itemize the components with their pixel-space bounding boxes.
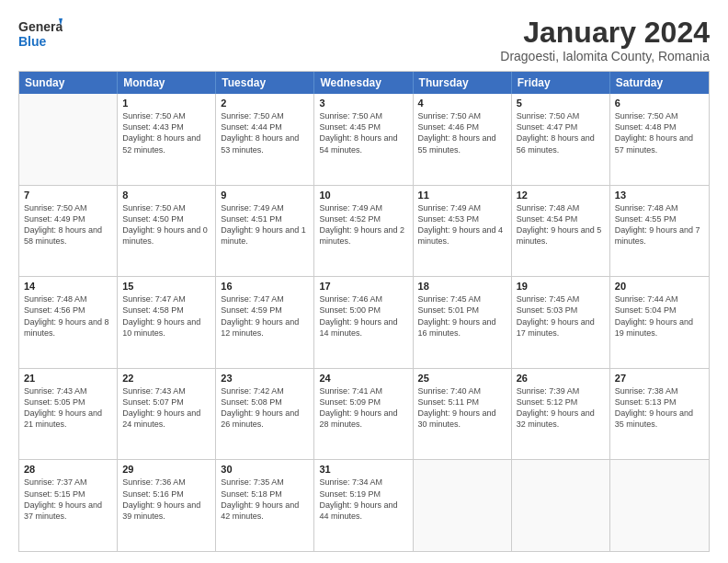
day-number: 28: [24, 464, 112, 475]
day-cell-9: 9Sunrise: 7:49 AMSunset: 4:51 PMDaylight…: [216, 186, 314, 277]
logo-svg: General Blue: [18, 17, 63, 52]
day-cell-15: 15Sunrise: 7:47 AMSunset: 4:58 PMDayligh…: [118, 277, 216, 368]
svg-text:Blue: Blue: [18, 34, 47, 49]
header-day-friday: Friday: [512, 72, 610, 94]
day-number: 31: [319, 464, 407, 475]
day-cell-16: 16Sunrise: 7:47 AMSunset: 4:59 PMDayligh…: [216, 277, 314, 368]
day-cell-28: 28Sunrise: 7:37 AMSunset: 5:15 PMDayligh…: [19, 460, 118, 551]
day-number: 20: [615, 281, 704, 292]
day-info: Sunrise: 7:48 AMSunset: 4:55 PMDaylight:…: [615, 202, 704, 247]
week-1: 1Sunrise: 7:50 AMSunset: 4:43 PMDaylight…: [19, 94, 709, 186]
day-cell-21: 21Sunrise: 7:43 AMSunset: 5:05 PMDayligh…: [19, 369, 118, 460]
day-number: 16: [221, 281, 309, 292]
logo: General Blue: [18, 17, 63, 52]
day-number: 23: [221, 373, 309, 384]
day-number: 9: [221, 190, 309, 201]
day-number: 4: [418, 98, 506, 109]
title-block: January 2024 Dragoesti, Ialomita County,…: [500, 17, 710, 63]
week-5: 28Sunrise: 7:37 AMSunset: 5:15 PMDayligh…: [19, 460, 709, 551]
day-info: Sunrise: 7:50 AMSunset: 4:45 PMDaylight:…: [319, 110, 407, 155]
day-info: Sunrise: 7:50 AMSunset: 4:46 PMDaylight:…: [418, 110, 506, 155]
day-number: 2: [221, 98, 309, 109]
day-number: 18: [418, 281, 506, 292]
day-info: Sunrise: 7:43 AMSunset: 5:05 PMDaylight:…: [24, 385, 112, 431]
day-info: Sunrise: 7:35 AMSunset: 5:18 PMDaylight:…: [221, 477, 309, 522]
main-title: January 2024: [500, 17, 710, 49]
day-info: Sunrise: 7:45 AMSunset: 5:01 PMDaylight:…: [418, 293, 506, 339]
day-info: Sunrise: 7:50 AMSunset: 4:43 PMDaylight:…: [122, 110, 210, 155]
day-number: 15: [122, 281, 210, 292]
day-cell-4: 4Sunrise: 7:50 AMSunset: 4:46 PMDaylight…: [414, 94, 512, 185]
day-cell-3: 3Sunrise: 7:50 AMSunset: 4:45 PMDaylight…: [314, 94, 413, 185]
day-cell-7: 7Sunrise: 7:50 AMSunset: 4:49 PMDaylight…: [19, 186, 118, 277]
week-3: 14Sunrise: 7:48 AMSunset: 4:56 PMDayligh…: [19, 277, 709, 369]
day-cell-13: 13Sunrise: 7:48 AMSunset: 4:55 PMDayligh…: [610, 186, 709, 277]
day-cell-8: 8Sunrise: 7:50 AMSunset: 4:50 PMDaylight…: [118, 186, 216, 277]
day-info: Sunrise: 7:42 AMSunset: 5:08 PMDaylight:…: [221, 385, 309, 431]
svg-text:General: General: [18, 19, 63, 34]
day-cell-23: 23Sunrise: 7:42 AMSunset: 5:08 PMDayligh…: [216, 369, 314, 460]
day-cell-6: 6Sunrise: 7:50 AMSunset: 4:48 PMDaylight…: [610, 94, 709, 185]
day-info: Sunrise: 7:50 AMSunset: 4:50 PMDaylight:…: [122, 202, 210, 247]
day-number: 19: [517, 281, 605, 292]
week-4: 21Sunrise: 7:43 AMSunset: 5:05 PMDayligh…: [19, 369, 709, 461]
day-cell-18: 18Sunrise: 7:45 AMSunset: 5:01 PMDayligh…: [414, 277, 512, 368]
day-info: Sunrise: 7:50 AMSunset: 4:44 PMDaylight:…: [221, 110, 309, 155]
day-number: 27: [615, 373, 704, 384]
day-number: 8: [122, 190, 210, 201]
day-cell-31: 31Sunrise: 7:34 AMSunset: 5:19 PMDayligh…: [314, 460, 413, 551]
day-cell-14: 14Sunrise: 7:48 AMSunset: 4:56 PMDayligh…: [19, 277, 118, 368]
day-number: 3: [319, 98, 407, 109]
day-info: Sunrise: 7:39 AMSunset: 5:12 PMDaylight:…: [517, 385, 605, 431]
header-day-sunday: Sunday: [19, 72, 118, 94]
header: General Blue January 2024 Dragoesti, Ial…: [18, 17, 710, 63]
day-number: 5: [517, 98, 605, 109]
day-info: Sunrise: 7:49 AMSunset: 4:51 PMDaylight:…: [221, 202, 309, 247]
header-day-saturday: Saturday: [610, 72, 709, 94]
day-number: 30: [221, 464, 309, 475]
day-cell-empty: [610, 460, 709, 551]
header-day-wednesday: Wednesday: [314, 72, 413, 94]
calendar-header-row: SundayMondayTuesdayWednesdayThursdayFrid…: [19, 72, 709, 94]
day-cell-30: 30Sunrise: 7:35 AMSunset: 5:18 PMDayligh…: [216, 460, 314, 551]
day-cell-1: 1Sunrise: 7:50 AMSunset: 4:43 PMDaylight…: [118, 94, 216, 185]
day-number: 13: [615, 190, 704, 201]
day-cell-empty: [19, 94, 118, 185]
day-info: Sunrise: 7:48 AMSunset: 4:54 PMDaylight:…: [517, 202, 605, 247]
day-number: 10: [319, 190, 407, 201]
day-cell-25: 25Sunrise: 7:40 AMSunset: 5:11 PMDayligh…: [414, 369, 512, 460]
subtitle: Dragoesti, Ialomita County, Romania: [500, 49, 710, 63]
day-number: 21: [24, 373, 112, 384]
day-number: 14: [24, 281, 112, 292]
day-cell-22: 22Sunrise: 7:43 AMSunset: 5:07 PMDayligh…: [118, 369, 216, 460]
day-number: 25: [418, 373, 506, 384]
calendar: SundayMondayTuesdayWednesdayThursdayFrid…: [18, 71, 710, 552]
day-cell-29: 29Sunrise: 7:36 AMSunset: 5:16 PMDayligh…: [118, 460, 216, 551]
day-number: 7: [24, 190, 112, 201]
day-info: Sunrise: 7:47 AMSunset: 4:58 PMDaylight:…: [122, 293, 210, 339]
week-2: 7Sunrise: 7:50 AMSunset: 4:49 PMDaylight…: [19, 186, 709, 278]
day-number: 22: [122, 373, 210, 384]
day-cell-17: 17Sunrise: 7:46 AMSunset: 5:00 PMDayligh…: [314, 277, 413, 368]
day-number: 12: [517, 190, 605, 201]
header-day-thursday: Thursday: [414, 72, 512, 94]
day-cell-10: 10Sunrise: 7:49 AMSunset: 4:52 PMDayligh…: [314, 186, 413, 277]
day-cell-12: 12Sunrise: 7:48 AMSunset: 4:54 PMDayligh…: [512, 186, 610, 277]
day-info: Sunrise: 7:38 AMSunset: 5:13 PMDaylight:…: [615, 385, 704, 431]
calendar-body: 1Sunrise: 7:50 AMSunset: 4:43 PMDaylight…: [19, 94, 709, 551]
day-number: 11: [418, 190, 506, 201]
day-cell-20: 20Sunrise: 7:44 AMSunset: 5:04 PMDayligh…: [610, 277, 709, 368]
day-info: Sunrise: 7:48 AMSunset: 4:56 PMDaylight:…: [24, 293, 112, 339]
day-number: 26: [517, 373, 605, 384]
day-number: 17: [319, 281, 407, 292]
day-info: Sunrise: 7:47 AMSunset: 4:59 PMDaylight:…: [221, 293, 309, 339]
day-info: Sunrise: 7:50 AMSunset: 4:47 PMDaylight:…: [517, 110, 605, 155]
day-number: 24: [319, 373, 407, 384]
day-cell-2: 2Sunrise: 7:50 AMSunset: 4:44 PMDaylight…: [216, 94, 314, 185]
day-info: Sunrise: 7:41 AMSunset: 5:09 PMDaylight:…: [319, 385, 407, 431]
day-info: Sunrise: 7:44 AMSunset: 5:04 PMDaylight:…: [615, 293, 704, 339]
day-info: Sunrise: 7:50 AMSunset: 4:49 PMDaylight:…: [24, 202, 112, 247]
day-info: Sunrise: 7:43 AMSunset: 5:07 PMDaylight:…: [122, 385, 210, 431]
day-info: Sunrise: 7:46 AMSunset: 5:00 PMDaylight:…: [319, 293, 407, 339]
day-cell-11: 11Sunrise: 7:49 AMSunset: 4:53 PMDayligh…: [414, 186, 512, 277]
